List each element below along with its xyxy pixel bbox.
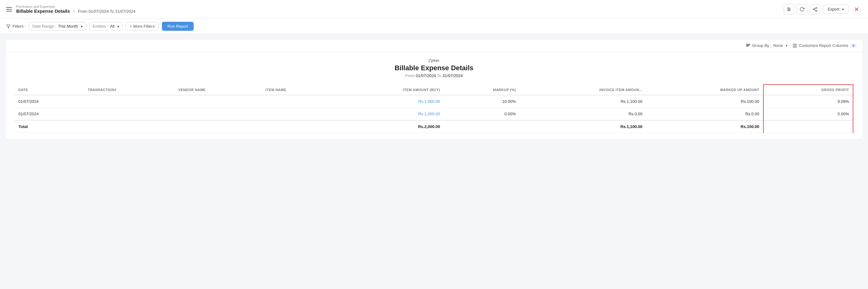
col-header-item-name: ITEM NAME: [262, 84, 332, 95]
svg-line-10: [814, 8, 816, 9]
settings-icon-button[interactable]: [784, 4, 794, 14]
refresh-icon-button[interactable]: [797, 4, 807, 14]
svg-point-5: [788, 10, 789, 11]
col-header-markup: MARKUP (%): [444, 84, 520, 95]
group-by-control[interactable]: Group By : None: [746, 43, 788, 48]
run-report-button[interactable]: Run Report: [162, 22, 194, 31]
svg-rect-13: [747, 44, 749, 45]
cell-date-2: 01/07/2024: [14, 108, 84, 120]
cell-marked-up-2: Rs.0.00: [646, 108, 764, 120]
col-header-date: DATE: [14, 84, 84, 95]
svg-point-8: [816, 10, 817, 11]
header-left: Purchases and Expenses Billable Expense …: [6, 5, 135, 14]
cell-date-1: 01/07/2024: [14, 95, 84, 108]
entities-chevron-icon: [117, 24, 119, 29]
footer-gross-profit: [764, 120, 853, 133]
entities-filter[interactable]: Entities : All: [89, 22, 123, 31]
footer-label: Total: [14, 120, 84, 133]
col-header-vendor: VENDOR NAME: [175, 84, 262, 95]
svg-line-9: [814, 10, 816, 10]
org-name: Zylker: [14, 58, 854, 63]
svg-rect-16: [747, 45, 749, 46]
cell-gross-profit-1: 9.09%: [764, 95, 853, 108]
cell-item-2: [262, 108, 332, 120]
footer-invoice-item: Rs.1,100.00: [520, 120, 646, 133]
report-title: Billable Expense Details: [14, 64, 854, 72]
group-by-chevron-icon: [785, 43, 788, 48]
col-header-item-amount: ITEM AMOUNT (BCY): [332, 84, 444, 95]
svg-marker-11: [6, 25, 10, 28]
svg-rect-15: [746, 45, 747, 46]
svg-rect-17: [793, 44, 795, 47]
cell-gross-profit-2: 0.00%: [764, 108, 853, 120]
svg-point-4: [789, 9, 790, 10]
table-row: 01/07/2024 Rs.1,000.00 0.00% Rs.0.00 Rs.…: [14, 108, 853, 120]
svg-rect-14: [749, 44, 750, 45]
header-title-block: Purchases and Expenses Billable Expense …: [16, 5, 135, 14]
customize-columns-button[interactable]: Customize Report Columns 9: [793, 43, 857, 48]
group-by-label: Group By :: [752, 43, 772, 48]
cell-markup-2: 0.00%: [444, 108, 520, 120]
group-by-value: None: [773, 43, 783, 48]
footer-item-amount: Rs.2,000.00: [332, 120, 444, 133]
app-header: Purchases and Expenses Billable Expense …: [0, 0, 868, 19]
svg-point-6: [816, 7, 817, 8]
cell-item-1: [262, 95, 332, 108]
date-range-filter[interactable]: Date Range : This Month: [29, 22, 86, 31]
table-row: 01/07/2024 Rs.1,000.00 10.00% Rs.1,100.0…: [14, 95, 853, 108]
column-count-badge: 9: [850, 43, 857, 48]
cell-vendor-2: [175, 108, 262, 120]
cell-item-amount-2[interactable]: Rs.1,000.00: [332, 108, 444, 120]
col-header-gross-profit: GROSS PROFIT: [764, 84, 853, 95]
cell-transaction-1: [84, 95, 175, 108]
export-chevron-icon: [841, 7, 844, 11]
report-table: DATE TRANSACTION# VENDOR NAME ITEM NAME …: [14, 84, 854, 133]
col-header-invoice-item: INVOICE ITEM AMOUN...: [520, 84, 646, 95]
filters-label: Filters :: [6, 24, 26, 29]
date-range-chevron-icon: [80, 24, 83, 29]
report-toolbar: Group By : None Customize Report Columns…: [5, 39, 863, 52]
cell-transaction-2: [84, 108, 175, 120]
more-filters-button[interactable]: + More Filters: [126, 22, 159, 31]
cell-markup-1: 10.00%: [444, 95, 520, 108]
close-button[interactable]: ✕: [851, 4, 862, 14]
svg-point-7: [813, 9, 814, 10]
filter-bar: Filters : Date Range : This Month Entiti…: [0, 19, 868, 34]
report-date-range: From 01/07/2024 To 31/07/2024: [14, 73, 854, 78]
svg-rect-18: [795, 44, 796, 47]
report-content: Zylker Billable Expense Details From 01/…: [5, 52, 863, 139]
svg-rect-12: [746, 44, 747, 45]
header-actions: Export ✕: [784, 4, 862, 14]
share-icon-button[interactable]: [810, 4, 820, 14]
hamburger-icon[interactable]: [6, 7, 12, 11]
svg-point-3: [788, 7, 788, 8]
col-header-marked-up: MARKED UP AMOUNT: [646, 84, 764, 95]
report-area: Group By : None Customize Report Columns…: [5, 39, 863, 140]
breadcrumb: Purchases and Expenses: [16, 5, 135, 8]
col-header-transaction: TRANSACTION#: [84, 84, 175, 95]
export-button[interactable]: Export: [823, 5, 849, 14]
cell-item-amount-1[interactable]: Rs.1,000.00: [332, 95, 444, 108]
page-title: Billable Expense Details • From 01/07/20…: [16, 8, 135, 14]
cell-marked-up-1: Rs.100.00: [646, 95, 764, 108]
cell-invoice-item-2: Rs.0.00: [520, 108, 646, 120]
footer-marked-up: Rs.100.00: [646, 120, 764, 133]
cell-invoice-item-1: Rs.1,100.00: [520, 95, 646, 108]
table-footer-row: Total Rs.2,000.00 Rs.1,100.00 Rs.100.00: [14, 120, 853, 133]
cell-vendor-1: [175, 95, 262, 108]
